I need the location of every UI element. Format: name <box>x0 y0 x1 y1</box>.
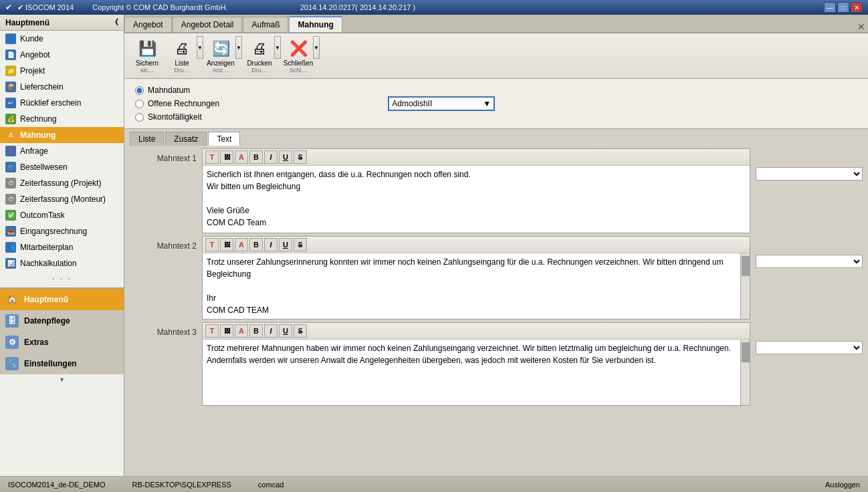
tab-aufmass[interactable]: Aufmaß <box>243 17 288 32</box>
section-einstellungen[interactable]: 🔧 Einstellungen <box>0 353 124 374</box>
zeiterfassung-projekt-icon: ⏱ <box>5 178 16 189</box>
mahntext-3-scrollbar[interactable] <box>740 340 750 405</box>
fmt-bold-btn-2[interactable]: B <box>249 238 263 251</box>
mahntext-1-toolbar: T 🖼 A B I U S <box>203 149 750 166</box>
maximize-button[interactable]: □ <box>837 2 849 13</box>
ruecklief-icon: ↩ <box>5 98 16 108</box>
schliessen-dropdown-arrow[interactable]: ▼ <box>313 36 320 59</box>
sidebar-item-projekt[interactable]: 📁 Projekt <box>0 63 124 79</box>
fmt-text-btn-2[interactable]: T <box>205 238 219 251</box>
sidebar: Hauptmenü 《 👤 Kunde 📄 Angebot 📁 Projekt … <box>0 15 124 476</box>
radio-offene-rechnungen-label: Offene Rechnungen <box>148 99 219 108</box>
text-panels: Mahntext 1 T 🖼 A B I U S Sicherlich ist … <box>124 146 868 476</box>
sub-tab-zusatz[interactable]: Zusatz <box>165 132 207 146</box>
sidebar-item-eingangsrechnung[interactable]: 📥 Eingangsrechnung <box>0 223 124 239</box>
fmt-text-btn-3[interactable]: T <box>205 324 219 338</box>
toolbar-sichern[interactable]: 💾 Sichern sic… <box>130 36 165 76</box>
tab-angebot-detail[interactable]: Angebot Detail <box>173 17 243 32</box>
sidebar-item-angebot[interactable]: 📄 Angebot <box>0 47 124 63</box>
drucken-icon: 🖨 <box>249 38 270 59</box>
sidebar-item-zeiterfassung-monteur[interactable]: ⏱ Zeiterfassung (Monteur) <box>0 191 124 207</box>
fmt-color-btn-2[interactable]: A <box>235 238 248 251</box>
sidebar-item-mitarbeiterplan[interactable]: 👥 Mitarbeiterplan <box>0 239 124 255</box>
fmt-italic-btn-3[interactable]: I <box>264 324 278 338</box>
minimize-button[interactable]: — <box>824 2 836 13</box>
sidebar-item-bestellwesen[interactable]: 🛒 Bestellwesen <box>0 159 124 175</box>
fmt-underline-btn[interactable]: U <box>279 150 292 164</box>
radio-mahndatum[interactable]: Mahndatum <box>135 86 219 95</box>
app-version: 2014.14.20.0217( 2014.14.20.217 ) <box>300 3 415 11</box>
fmt-italic-btn[interactable]: I <box>264 150 278 164</box>
sidebar-item-mahnung[interactable]: ⚠ Mahnung <box>0 127 124 143</box>
admodish-dropdown[interactable]: AdmodishII ▼ <box>388 96 495 111</box>
logout-button[interactable]: Ausloggen <box>825 481 860 489</box>
fmt-color-btn-3[interactable]: A <box>235 324 248 338</box>
sidebar-item-rechnung[interactable]: 💰 Rechnung <box>0 111 124 127</box>
dropdown-value: AdmodishII <box>392 99 483 108</box>
tab-close-area: ✕ <box>857 21 868 32</box>
sidebar-bottom-arrow[interactable]: ▾ <box>0 374 124 384</box>
toolbar-anzeigen[interactable]: 🔄 Anzeigen Anz… <box>206 36 235 76</box>
toolbar-drucken[interactable]: 🖨 Drucken Dru… <box>245 36 274 76</box>
section-hauptmenu[interactable]: 🏠 Hauptmenü <box>0 289 124 310</box>
sidebar-title: Hauptmenü <box>5 18 49 27</box>
fmt-strikethrough-btn-2[interactable]: S <box>294 238 307 251</box>
fmt-image-btn-3[interactable]: 🖼 <box>220 324 233 338</box>
save-icon: 💾 <box>136 38 158 59</box>
toolbar-liste[interactable]: 🖨 Liste Dru… <box>167 36 197 76</box>
mahntext-3-content[interactable]: Trotz mehrerer Mahnungen haben wir immer… <box>203 340 740 405</box>
mahntext-2-content[interactable]: Trotz unserer Zahlungserinnerung konnten… <box>203 253 740 319</box>
form-area: Mahndatum Offene Rechnungen Skontofällig… <box>124 79 868 129</box>
anzeigen-sub: Anz… <box>213 67 229 74</box>
mahntext-3-label: Mahntext 3 <box>130 322 197 337</box>
radio-offene-rechnungen[interactable]: Offene Rechnungen <box>135 99 219 108</box>
mahntext-3-dropdown[interactable] <box>756 341 863 354</box>
sidebar-item-label: Nachkalkulation <box>20 259 77 268</box>
zeiterfassung-monteur-icon: ⏱ <box>5 194 16 205</box>
mahntext-2-label: Mahntext 2 <box>130 236 197 251</box>
sidebar-item-anfrage[interactable]: ❓ Anfrage <box>0 143 124 159</box>
sidebar-item-zeiterfassung-projekt[interactable]: ⏱ Zeiterfassung (Projekt) <box>0 175 124 191</box>
fmt-bold-btn[interactable]: B <box>249 150 263 164</box>
sidebar-item-kunde[interactable]: 👤 Kunde <box>0 31 124 47</box>
fmt-image-btn-2[interactable]: 🖼 <box>220 238 233 251</box>
mahntext-3-row: Mahntext 3 T 🖼 A B I U S Trotz mehrerer … <box>130 322 863 406</box>
schliessen-icon: ❌ <box>288 38 309 59</box>
sub-tab-liste[interactable]: Liste <box>130 132 164 146</box>
sub-tab-text[interactable]: Text <box>208 132 240 146</box>
anzeigen-dropdown-arrow[interactable]: ▼ <box>235 36 242 59</box>
tab-angebot[interactable]: Angebot <box>124 17 172 32</box>
tab-mahnung[interactable]: Mahnung <box>289 16 342 32</box>
sidebar-collapse-button[interactable]: 《 <box>111 17 118 27</box>
section-extras[interactable]: ⚙ Extras <box>0 332 124 353</box>
liste-label: Liste <box>175 59 189 67</box>
mahntext-1-content[interactable]: Sicherlich ist Ihnen entgangen, dass die… <box>203 166 750 233</box>
drucken-dropdown-arrow[interactable]: ▼ <box>274 36 281 59</box>
fmt-strikethrough-btn-3[interactable]: S <box>294 324 307 338</box>
fmt-text-btn[interactable]: T <box>205 150 219 164</box>
mahntext-2-scrollbar[interactable] <box>740 253 750 319</box>
fmt-image-btn[interactable]: 🖼 <box>220 150 233 164</box>
sidebar-item-outcomtask[interactable]: ✅ OutcomTask <box>0 207 124 223</box>
sidebar-item-lieferschein[interactable]: 📦 Lieferschein <box>0 79 124 95</box>
fmt-color-btn[interactable]: A <box>235 150 248 164</box>
section-datenpflege[interactable]: 🗄 Datenpflege <box>0 310 124 332</box>
fmt-strikethrough-btn[interactable]: S <box>294 150 307 164</box>
schliessen-label: Schließen <box>284 59 313 67</box>
fmt-underline-btn-3[interactable]: U <box>279 324 292 338</box>
radio-skontofall[interactable]: Skontofälligkeit <box>135 112 219 122</box>
mahntext-2-dropdown[interactable] <box>756 255 863 268</box>
eingangsrechnung-icon: 📥 <box>5 226 16 237</box>
toolbar-schliessen[interactable]: ❌ Schließen Schl… <box>284 36 313 76</box>
fmt-bold-btn-3[interactable]: B <box>249 324 263 338</box>
sidebar-item-nachkalkulation[interactable]: 📊 Nachkalkulation <box>0 255 124 271</box>
sidebar-expand-dots[interactable]: · · · <box>0 271 124 285</box>
fmt-underline-btn-2[interactable]: U <box>279 238 292 251</box>
tab-close-button[interactable]: ✕ <box>857 21 865 32</box>
fmt-italic-btn-2[interactable]: I <box>264 238 278 251</box>
liste-dropdown-arrow[interactable]: ▼ <box>197 36 203 59</box>
mahntext-1-dropdown[interactable] <box>756 167 863 180</box>
sidebar-item-ruecklief[interactable]: ↩ Rücklief erschein <box>0 95 124 111</box>
section-label: Extras <box>24 338 49 347</box>
close-button[interactable]: ✕ <box>851 2 863 13</box>
